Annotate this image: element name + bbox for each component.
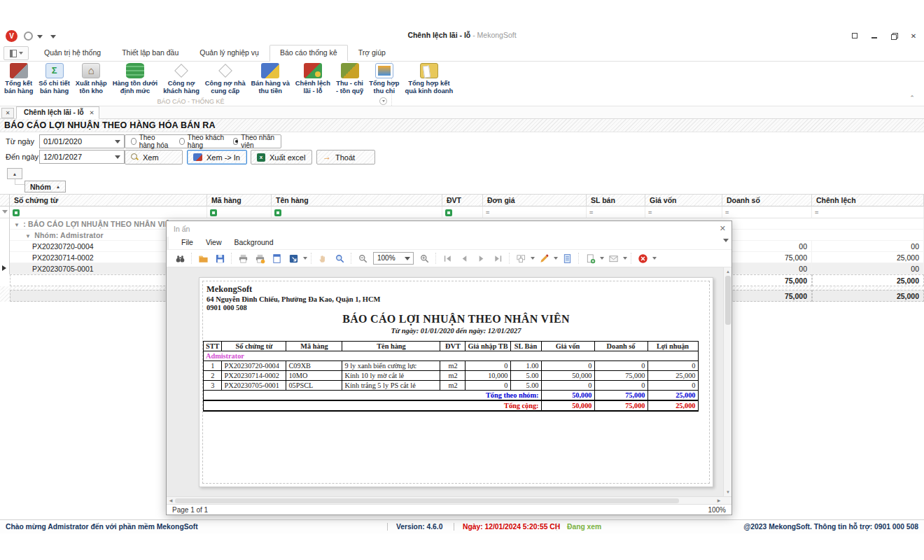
col-don-gia[interactable]: Đơn giá — [483, 194, 587, 206]
export-excel-button[interactable]: Xuất excel — [251, 150, 312, 164]
application-menu-button[interactable] — [4, 46, 29, 60]
previous-page-icon[interactable] — [456, 251, 472, 265]
ribbon-item-hang-ton-duoi-dinh-muc[interactable]: Hàng tồn dưới định mức — [110, 62, 160, 97]
filter-cell-dvt[interactable] — [442, 206, 483, 218]
ribbon-item-chenh-lech-lai-lo[interactable]: Chênh lệch lãi - lỗ — [293, 62, 333, 97]
from-date-dropdown-icon[interactable] — [112, 136, 123, 147]
close-preview-icon[interactable] — [635, 251, 650, 265]
page-color-dropdown-icon[interactable] — [554, 257, 558, 260]
zoom-level-combobox[interactable]: 100% — [373, 252, 414, 265]
ribbon-item-tong-hop-thu-chi[interactable]: Tổng hợp thu chi — [366, 62, 402, 97]
filter-cell-don-gia[interactable]: = — [483, 206, 587, 218]
collapse-group-icon[interactable]: ▼ — [14, 222, 20, 228]
minimize-button[interactable] — [869, 31, 879, 41]
tab-tro-giup[interactable]: Trợ giúp — [348, 45, 396, 62]
view-print-button[interactable]: Xem -> In — [187, 150, 247, 164]
ribbon-item-cong-no-nha-cung-cap[interactable]: Công nợ nhà cung cấp — [202, 62, 248, 97]
first-page-icon[interactable] — [440, 251, 455, 265]
tab-chenh-lech-lai-lo-document[interactable]: Chênh lệch lãi - lỗ ✕ — [16, 106, 99, 119]
collapse-subgroup-icon[interactable]: ▼ — [25, 233, 31, 239]
print-options-icon[interactable] — [252, 251, 267, 265]
filter-cell-ten-hang[interactable] — [272, 206, 442, 218]
exit-button[interactable]: Thoát — [316, 150, 375, 164]
col-sl-ban[interactable]: SL bán — [587, 194, 645, 206]
to-date-dropdown-icon[interactable] — [112, 151, 123, 162]
multiple-pages-icon[interactable] — [513, 251, 528, 265]
filter-cell-gia-von[interactable]: = — [645, 206, 722, 218]
tab-bao-cao-thong-ke[interactable]: Báo cáo thống kê — [270, 45, 348, 62]
zoom-in-icon[interactable] — [416, 251, 432, 265]
menu-background[interactable]: Background — [229, 237, 279, 249]
col-ma-hang[interactable]: Mã hàng — [207, 194, 272, 206]
export-document-icon[interactable] — [582, 251, 598, 265]
scroll-down-icon[interactable]: ▼ — [724, 489, 732, 496]
ribbon-item-tong-ket-ban-hang[interactable]: Tổng kết bán hàng — [1, 62, 36, 97]
preview-horizontal-scrollbar[interactable]: ◀ ▶ — [167, 496, 732, 504]
radio-theo-hang-hoa[interactable]: Theo hàng hóa — [131, 134, 172, 149]
export-dropdown-icon[interactable] — [600, 257, 604, 260]
email-icon[interactable] — [606, 251, 621, 265]
print-icon[interactable] — [235, 251, 251, 265]
ribbon-group-options-button[interactable] — [379, 97, 387, 105]
open-document-icon[interactable] — [195, 251, 211, 265]
next-page-icon[interactable] — [473, 251, 489, 265]
view-button[interactable]: Xem — [125, 150, 183, 164]
filter-cell-ma-hang[interactable] — [207, 206, 272, 218]
zoom-out-icon[interactable] — [355, 251, 370, 265]
filter-cell-doanh-so[interactable]: = — [722, 206, 812, 218]
ribbon-collapse-icon[interactable]: ⌃ — [907, 94, 917, 103]
scroll-right-icon[interactable]: ▶ — [715, 498, 722, 504]
scrollbar-thumb[interactable] — [175, 498, 679, 503]
tab-thiet-lap-ban-dau[interactable]: Thiết lập ban đầu — [111, 45, 189, 62]
email-dropdown-icon[interactable] — [623, 257, 627, 260]
toolbar-overflow-icon[interactable] — [652, 257, 657, 260]
multiple-pages-dropdown-icon[interactable] — [531, 257, 535, 260]
tab-quan-ly-nghiep-vu[interactable]: Quản lý nghiệp vụ — [189, 45, 270, 62]
dialog-close-icon[interactable]: ✕ — [720, 224, 726, 233]
from-date-input[interactable]: 01/01/2020 — [39, 134, 125, 148]
page-color-icon[interactable] — [536, 251, 552, 265]
watermark-document-icon[interactable] — [559, 251, 575, 265]
close-all-tabs-button[interactable]: ✕ — [1, 108, 14, 118]
zoom-select-icon[interactable] — [332, 251, 347, 265]
col-so-chung-tu[interactable]: Số chứng từ — [10, 194, 207, 206]
close-button[interactable]: ✕ — [909, 31, 918, 41]
search-binoculars-icon[interactable] — [172, 251, 188, 265]
group-by-field-nhom[interactable]: Nhóm — [24, 181, 66, 192]
scroll-left-icon[interactable]: ◀ — [167, 498, 174, 504]
scrollbar-thumb[interactable] — [725, 276, 731, 325]
ribbon-item-thu-chi-ton-quy[interactable]: Thu - chi - tồn quỹ — [333, 62, 366, 97]
menu-view[interactable]: View — [200, 237, 227, 249]
zoom-dropdown-icon[interactable] — [402, 253, 412, 263]
scale-icon[interactable] — [286, 251, 301, 265]
save-icon[interactable] — [212, 251, 227, 265]
last-page-icon[interactable] — [490, 251, 505, 265]
scroll-up-icon[interactable]: ▲ — [724, 268, 732, 275]
tab-close-icon[interactable]: ✕ — [90, 109, 94, 116]
filter-cell-sl-ban[interactable]: = — [587, 206, 645, 218]
col-doanh-so[interactable]: Doanh số — [722, 194, 812, 206]
col-dvt[interactable]: ĐVT — [442, 194, 483, 206]
hand-tool-icon[interactable] — [315, 251, 330, 265]
ribbon-item-ban-hang-va-thu-tien[interactable]: Bán hàng và thu tiền — [248, 62, 293, 97]
ribbon-item-so-chi-tiet-ban-hang[interactable]: Sổ chi tiết bán hàng — [36, 62, 72, 97]
ribbon-item-tong-hop-ket-qua-kinh-doanh[interactable]: Tổng hợp kết quả kinh doanh — [402, 62, 456, 97]
to-date-input[interactable]: 12/01/2027 — [39, 150, 125, 164]
scale-dropdown-icon[interactable] — [303, 257, 307, 260]
fullscreen-button[interactable] — [850, 31, 860, 41]
page-setup-icon[interactable] — [269, 251, 284, 265]
ribbon-item-cong-no-khach-hang[interactable]: Công nợ khách hàng — [160, 62, 202, 97]
radio-theo-khach-hang[interactable]: Theo khách hàng — [179, 134, 225, 149]
preview-vertical-scrollbar[interactable]: ▲ ▼ — [723, 267, 732, 496]
col-gia-von[interactable]: Giá vốn — [645, 194, 722, 206]
col-chenh-lech[interactable]: Chênh lệch — [812, 194, 924, 206]
tab-quan-tri-he-thong[interactable]: Quản trị hệ thống — [34, 45, 111, 62]
filter-cell-so-chung-tu[interactable] — [10, 206, 207, 218]
menu-file[interactable]: File — [176, 237, 199, 249]
restore-button[interactable] — [889, 31, 899, 41]
ribbon-item-xuat-nhap-ton-kho[interactable]: Xuất nhập tồn kho — [73, 62, 110, 97]
menubar-overflow-icon[interactable] — [723, 239, 729, 242]
radio-theo-nhan-vien[interactable]: Theo nhân viên — [233, 134, 275, 149]
collapse-groups-button[interactable] — [7, 168, 22, 179]
col-ten-hang[interactable]: Tên hàng — [272, 194, 442, 206]
